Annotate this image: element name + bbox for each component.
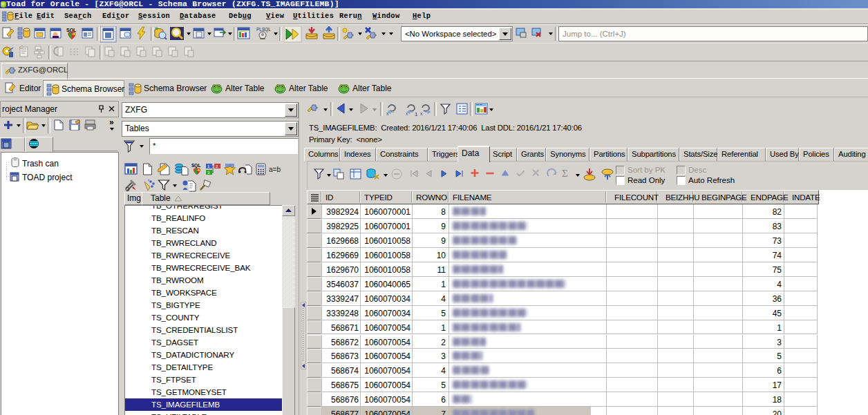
svg-text:a=b: a=b	[269, 166, 281, 173]
svg-text:1: 1	[415, 111, 418, 117]
svg-text:Σ: Σ	[562, 168, 568, 179]
svg-text:x: x	[406, 111, 408, 116]
svg-text:x: x	[420, 111, 423, 116]
svg-text:x: x	[386, 111, 389, 116]
svg-text:SQL: SQL	[191, 163, 200, 168]
